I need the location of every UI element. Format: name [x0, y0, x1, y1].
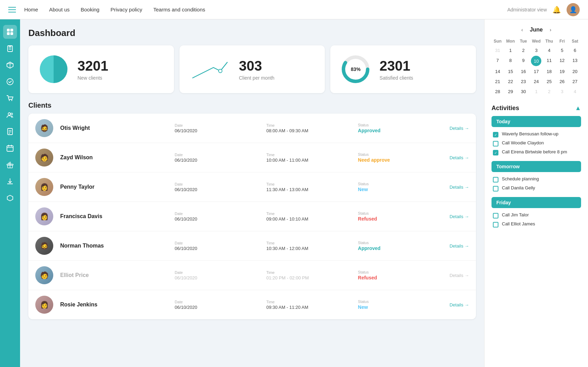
calendar-day[interactable]: 6	[569, 46, 581, 55]
calendar-grid: SunMonTueWedThuFriSat3112345678910111213…	[491, 37, 581, 96]
nav-terms[interactable]: Tearms and conditions	[153, 7, 205, 12]
status-badge: Refused	[358, 216, 450, 222]
activity-checkbox[interactable]	[493, 213, 498, 218]
date-value: 06/10/2020	[175, 275, 266, 280]
sidebar-item-check[interactable]	[3, 75, 17, 89]
details-link[interactable]: Details →	[450, 185, 469, 190]
client-date-field: Date 06/10/2020	[175, 153, 266, 163]
svg-point-12	[8, 113, 11, 115]
nav-booking[interactable]: Booking	[81, 7, 99, 12]
details-link[interactable]: Details →	[450, 273, 469, 278]
time-label: Time	[266, 270, 358, 275]
activity-item: Call Danila Gelly	[491, 184, 581, 193]
top-navigation: Home About us Booking Privacy policy Tea…	[0, 0, 588, 19]
activity-text: Call Danila Gelly	[502, 185, 535, 190]
calendar-day[interactable]: 23	[517, 77, 530, 86]
stat-info-client-month: 303 Client per month	[239, 58, 275, 81]
date-value: 06/10/2020	[175, 158, 266, 163]
client-date-field: Date 06/10/2020	[175, 270, 266, 280]
sidebar-item-package[interactable]	[3, 58, 17, 72]
activity-checkbox[interactable]	[493, 222, 498, 227]
details-link[interactable]: Details →	[450, 243, 469, 249]
calendar-day[interactable]: 5	[556, 46, 568, 55]
activities-container: TodayWaverly Bensusan follow-upCall Wood…	[491, 116, 581, 229]
activity-checkbox[interactable]	[493, 177, 498, 182]
calendar-day[interactable]: 24	[530, 77, 542, 86]
calendar-day[interactable]: 7	[491, 56, 504, 66]
calendar-day[interactable]: 29	[504, 87, 516, 96]
details-link[interactable]: Details →	[450, 155, 469, 160]
nav-about[interactable]: About us	[49, 7, 70, 12]
nav-home[interactable]: Home	[24, 7, 38, 12]
sidebar-item-cart[interactable]	[3, 91, 17, 105]
calendar-day[interactable]: 18	[543, 67, 555, 76]
client-row: 👩 Francisca Davis Date 06/10/2020 Time 0…	[28, 202, 476, 231]
calendar-day[interactable]: 12	[556, 56, 568, 66]
calendar-day[interactable]: 25	[543, 77, 555, 86]
client-status-field: Status New	[358, 299, 450, 310]
calendar-day[interactable]: 3	[530, 46, 542, 55]
stat-number-client-month: 303	[239, 58, 275, 74]
time-value: 10:30 AM - 12:00 AM	[266, 246, 358, 251]
calendar-next[interactable]: ›	[548, 26, 553, 33]
sidebar-item-document[interactable]	[3, 125, 17, 138]
calendar-prev[interactable]: ‹	[520, 26, 524, 33]
time-label: Time	[266, 241, 358, 245]
calendar-day[interactable]: 9	[517, 56, 530, 66]
sidebar-item-download[interactable]	[3, 174, 17, 188]
calendar-day[interactable]: 27	[569, 77, 581, 86]
calendar-day[interactable]: 13	[569, 56, 581, 66]
calendar-day[interactable]: 2	[517, 46, 530, 55]
calendar-day[interactable]: 28	[491, 87, 504, 96]
calendar-day[interactable]: 10	[531, 56, 541, 66]
svg-point-10	[9, 100, 10, 101]
calendar-day[interactable]: 4	[569, 87, 581, 96]
calendar-day[interactable]: 1	[504, 46, 516, 55]
calendar-day[interactable]: 1	[530, 87, 542, 96]
time-label: Time	[266, 300, 358, 304]
calendar-day[interactable]: 11	[543, 56, 555, 66]
calendar-day[interactable]: 17	[530, 67, 542, 76]
calendar-day[interactable]: 31	[491, 46, 504, 55]
activity-checkbox[interactable]	[493, 132, 498, 137]
status-label: Status	[358, 270, 450, 274]
details-link[interactable]: Details →	[450, 214, 469, 219]
sidebar-item-calendar[interactable]	[3, 141, 17, 155]
activity-checkbox[interactable]	[493, 186, 498, 191]
calendar-day[interactable]: 20	[569, 67, 581, 76]
client-date-field: Date 06/10/2020	[175, 212, 266, 222]
calendar-day[interactable]: 19	[556, 67, 568, 76]
calendar-day[interactable]: 8	[504, 56, 516, 66]
activity-text: Call Woodie Claydon	[502, 140, 544, 145]
nav-privacy[interactable]: Privacy policy	[110, 7, 142, 12]
hamburger-menu[interactable]	[8, 7, 16, 12]
activity-checkbox[interactable]	[493, 141, 498, 146]
calendar-day[interactable]: 16	[517, 67, 530, 76]
user-avatar[interactable]: 👤	[567, 3, 580, 16]
calendar-day[interactable]: 22	[504, 77, 516, 86]
sidebar-item-gift[interactable]	[3, 158, 17, 172]
client-time-field: Time 09:00 AM - 10:10 AM	[266, 212, 358, 222]
details-link[interactable]: Details →	[450, 126, 469, 131]
activity-checkbox[interactable]	[493, 150, 498, 155]
calendar-day[interactable]: 21	[491, 77, 504, 86]
calendar-day[interactable]: 15	[504, 67, 516, 76]
time-label: Time	[266, 212, 358, 216]
client-name: Francisca Davis	[60, 213, 175, 220]
sidebar-item-dashboard[interactable]	[3, 25, 17, 39]
calendar-day[interactable]: 2	[543, 87, 555, 96]
calendar-day[interactable]: 4	[543, 46, 555, 55]
sidebar-item-clipboard[interactable]	[3, 42, 17, 55]
bell-icon[interactable]: 🔔	[552, 6, 561, 14]
details-link[interactable]: Details →	[450, 302, 469, 307]
calendar-day[interactable]: 14	[491, 67, 504, 76]
activities-collapse[interactable]: ▲	[575, 105, 581, 112]
calendar-day[interactable]: 26	[556, 77, 568, 86]
admin-label: Administrator view	[507, 7, 547, 12]
sidebar-item-users[interactable]	[3, 108, 17, 122]
activity-day-header: Today	[491, 116, 581, 127]
calendar-day[interactable]: 3	[556, 87, 568, 96]
calendar: ‹ June › SunMonTueWedThuFriSat3112345678…	[491, 26, 581, 96]
calendar-day[interactable]: 30	[517, 87, 530, 96]
sidebar-item-box[interactable]	[3, 191, 17, 205]
